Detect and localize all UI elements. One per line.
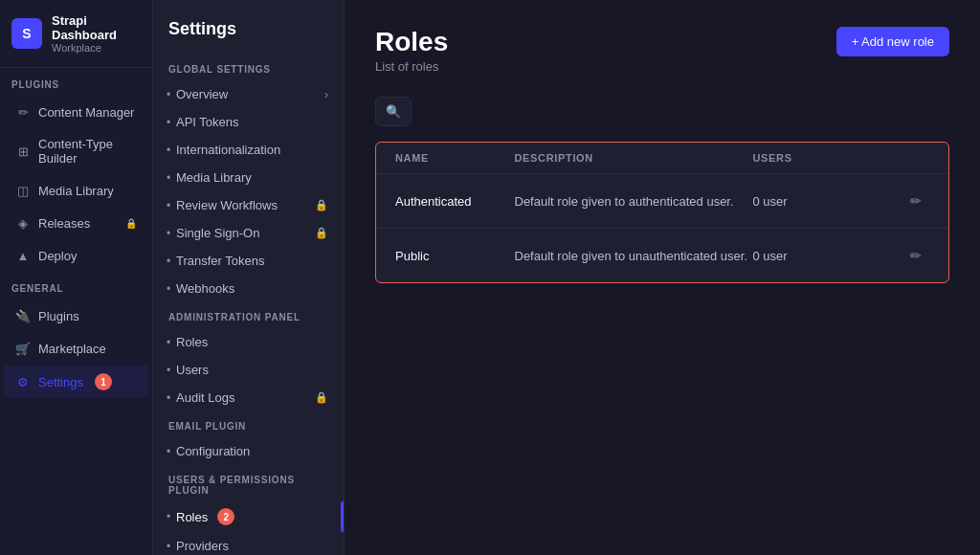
settings-item-roles[interactable]: Roles — [153, 328, 344, 356]
settings-item-media-library-settings[interactable]: Media Library — [153, 164, 344, 191]
col-actions — [872, 152, 929, 164]
sidebar-item-content-type-builder[interactable]: ⊞ Content-Type Builder — [4, 129, 148, 173]
page-subtitle: List of roles — [375, 59, 448, 74]
settings-item-review-workflows[interactable]: Review Workflows 🔒 — [153, 191, 344, 219]
overview-arrow-icon: › — [324, 88, 328, 101]
role-name-public: Public — [395, 249, 515, 263]
settings-item-webhooks[interactable]: Webhooks — [153, 275, 344, 302]
page-title: Roles — [375, 27, 448, 57]
sso-lock-icon: 🔒 — [315, 227, 328, 239]
internationalization-label: Internationalization — [176, 143, 280, 157]
edit-authenticated-button[interactable]: ✏ — [902, 189, 929, 212]
audit-logs-lock-icon: 🔒 — [315, 391, 328, 404]
roles-label: Roles — [176, 335, 208, 349]
users-permissions-label: Users & Permissions Plugin — [153, 465, 344, 501]
global-settings-label: Global Settings — [153, 55, 344, 80]
settings-item-audit-logs[interactable]: Audit Logs 🔒 — [153, 384, 344, 411]
page-header: Roles List of roles + Add new role — [375, 27, 949, 74]
overview-label: Overview — [176, 87, 228, 101]
deploy-icon: ▲ — [15, 248, 31, 263]
sidebar-item-label: Media Library — [38, 184, 114, 198]
role-actions-public: ✏ — [872, 244, 929, 267]
sidebar-section-plugins: Plugins — [0, 68, 152, 96]
app-logo[interactable]: S Strapi Dashboard Workplace — [0, 0, 152, 68]
settings-icon: ⚙ — [15, 374, 31, 389]
api-tokens-label: API Tokens — [176, 115, 239, 129]
sidebar-item-label: Deploy — [38, 249, 77, 263]
marketplace-icon: 🛒 — [15, 341, 31, 356]
sidebar-item-label: Content-Type Builder — [38, 137, 137, 166]
up-roles-label: Roles — [176, 510, 208, 524]
sidebar-section-general: General — [0, 272, 152, 300]
settings-panel-title: Settings — [153, 0, 344, 55]
webhooks-label: Webhooks — [176, 281, 234, 296]
sidebar-item-label: Releases — [38, 216, 90, 231]
content-manager-icon: ✏ — [15, 104, 31, 120]
media-library-icon: ◫ — [15, 183, 31, 198]
releases-lock-icon: 🔒 — [125, 218, 137, 229]
configuration-label: Configuration — [176, 444, 250, 458]
settings-item-providers[interactable]: Providers — [153, 532, 344, 555]
admin-panel-label: Administration Panel — [153, 302, 344, 328]
up-roles-badge: 2 — [217, 508, 234, 525]
sidebar-item-label: Plugins — [38, 309, 79, 323]
add-new-role-button[interactable]: + Add new role — [836, 27, 949, 56]
settings-badge: 1 — [95, 373, 112, 390]
role-name-authenticated: Authenticated — [395, 194, 515, 209]
audit-logs-label: Audit Logs — [176, 390, 234, 405]
settings-item-api-tokens[interactable]: API Tokens — [153, 108, 344, 136]
logo-icon: S — [11, 18, 42, 49]
sidebar-item-label: Content Manager — [38, 105, 134, 120]
col-description: Description — [515, 152, 753, 164]
table-row: Authenticated Default role given to auth… — [376, 174, 948, 229]
settings-panel: Settings Global Settings Overview › API … — [153, 0, 345, 555]
sidebar-item-label: Settings — [38, 375, 83, 389]
settings-item-single-sign-on[interactable]: Single Sign-On 🔒 — [153, 219, 344, 247]
main-content: Roles List of roles + Add new role 🔍 Nam… — [345, 0, 980, 555]
content-type-icon: ⊞ — [15, 144, 31, 159]
search-bar-row: 🔍 — [375, 97, 949, 126]
search-button[interactable]: 🔍 — [375, 97, 412, 126]
review-workflows-lock-icon: 🔒 — [315, 199, 328, 211]
col-name: Name — [395, 152, 515, 164]
role-desc-authenticated: Default role given to authenticated user… — [515, 194, 753, 209]
sidebar-item-settings[interactable]: ⚙ Settings 1 — [4, 366, 148, 398]
role-desc-public: Default role given to unauthenticated us… — [515, 249, 753, 263]
role-users-authenticated: 0 user — [753, 194, 873, 209]
sidebar-item-releases[interactable]: ◈ Releases 🔒 — [4, 208, 148, 238]
edit-public-button[interactable]: ✏ — [902, 244, 929, 267]
roles-table: Name Description Users Authenticated Def… — [375, 142, 949, 283]
plugins-icon: 🔌 — [15, 308, 31, 323]
settings-item-internationalization[interactable]: Internationalization — [153, 136, 344, 164]
transfer-tokens-label: Transfer Tokens — [176, 254, 265, 268]
review-workflows-label: Review Workflows — [176, 198, 278, 212]
sidebar-item-deploy[interactable]: ▲ Deploy — [4, 240, 148, 271]
users-label: Users — [176, 363, 209, 377]
role-actions-authenticated: ✏ — [872, 189, 929, 212]
sidebar-item-media-library[interactable]: ◫ Media Library — [4, 175, 148, 206]
email-plugin-label: Email Plugin — [153, 411, 344, 437]
table-row: Public Default role given to unauthentic… — [376, 229, 948, 282]
workspace-label: Workplace — [52, 42, 141, 54]
sidebar-item-plugins[interactable]: 🔌 Plugins — [4, 300, 148, 331]
table-header: Name Description Users — [376, 143, 948, 174]
providers-label: Providers — [176, 539, 229, 553]
col-users: Users — [753, 152, 873, 164]
sidebar-item-label: Marketplace — [38, 342, 106, 356]
sidebar: S Strapi Dashboard Workplace Plugins ✏ C… — [0, 0, 153, 555]
sidebar-item-marketplace[interactable]: 🛒 Marketplace — [4, 333, 148, 364]
role-users-public: 0 user — [753, 249, 873, 263]
releases-icon: ◈ — [15, 215, 31, 231]
settings-item-users[interactable]: Users — [153, 356, 344, 384]
single-sign-on-label: Single Sign-On — [176, 226, 259, 240]
media-library-settings-label: Media Library — [176, 170, 252, 185]
settings-item-overview[interactable]: Overview › — [153, 80, 344, 108]
settings-item-transfer-tokens[interactable]: Transfer Tokens — [153, 247, 344, 275]
settings-item-up-roles[interactable]: Roles 2 — [153, 501, 344, 532]
sidebar-item-content-manager[interactable]: ✏ Content Manager — [4, 97, 148, 127]
settings-item-configuration[interactable]: Configuration — [153, 437, 344, 465]
app-name: Strapi Dashboard — [52, 13, 141, 42]
search-icon: 🔍 — [386, 104, 401, 119]
